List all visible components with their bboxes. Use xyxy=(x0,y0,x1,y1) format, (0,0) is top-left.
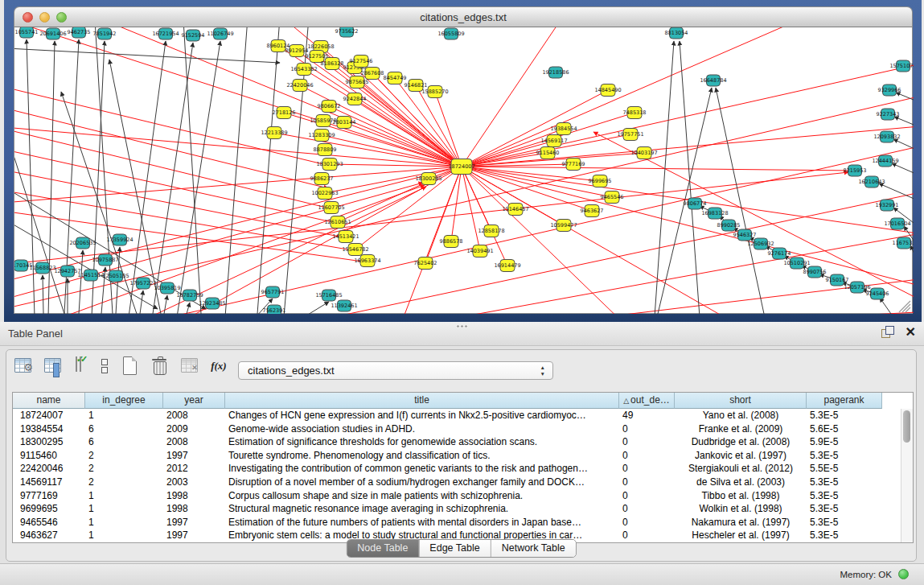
table-cell-short[interactable]: Yano et al. (2008) xyxy=(675,409,807,422)
graph-node[interactable]: 17957223 xyxy=(129,278,156,289)
table-cell-title[interactable]: Investigating the contribution of common… xyxy=(225,462,619,476)
table-cell-short[interactable]: Jankovic et al. (1997) xyxy=(675,449,807,463)
graph-node[interactable]: 9886237 xyxy=(310,173,334,185)
graph-node[interactable]: 10510291 xyxy=(783,257,810,269)
graph-edge-black[interactable] xyxy=(225,27,248,314)
table-cell-name[interactable]: 19384554 xyxy=(13,422,85,436)
graph-node[interactable]: 9735622 xyxy=(335,27,359,37)
function-icon[interactable]: f(x) xyxy=(209,355,232,377)
table-cell-short[interactable]: Tibbo et al. (1998) xyxy=(675,489,807,503)
table-cell-in_degree[interactable]: 1 xyxy=(85,502,163,516)
graph-node[interactable]: 11026749 xyxy=(207,28,233,39)
table-cell-out_de[interactable]: 0 xyxy=(619,476,675,489)
graph-edge-black[interactable] xyxy=(655,41,674,314)
table-cell-in_degree[interactable]: 2 xyxy=(85,462,163,476)
graph-edge-red[interactable] xyxy=(462,27,819,167)
table-cell-name[interactable]: 18724007 xyxy=(13,409,85,422)
column-header-pagerank[interactable]: pagerank xyxy=(807,393,882,409)
table-cell-pagerank[interactable]: 5.5E-5 xyxy=(807,462,882,476)
table-cell-out_de[interactable]: 0 xyxy=(619,529,675,542)
table-cell-year[interactable]: 1998 xyxy=(163,489,225,503)
graph-node[interactable]: 20206535 xyxy=(69,237,96,249)
memory-status-icon[interactable] xyxy=(898,569,909,579)
graph-node[interactable]: 17359924 xyxy=(106,234,133,245)
graph-edge-black[interactable] xyxy=(14,148,64,314)
table-cell-name[interactable]: 9777169 xyxy=(13,489,85,503)
graph-edge-black[interactable] xyxy=(304,302,329,314)
graph-node[interactable]: 14569117 xyxy=(540,135,567,147)
graph-node[interactable]: 19384554 xyxy=(550,123,577,135)
graph-node[interactable]: 11392461 xyxy=(331,300,357,311)
graph-node[interactable]: 8990285 xyxy=(717,220,741,231)
table-cell-year[interactable]: 2003 xyxy=(163,476,225,489)
graph-node[interactable]: 18301293 xyxy=(316,159,343,171)
tab-node-table[interactable]: Node Table xyxy=(347,540,418,557)
graph-node[interactable]: 11451514 xyxy=(77,270,104,281)
network-window[interactable]: citations_edges.txt 10557412069140694627… xyxy=(14,6,913,314)
table-cell-name[interactable]: 22420046 xyxy=(13,462,85,476)
graph-node[interactable]: 10403197 xyxy=(630,147,657,159)
table-cell-name[interactable]: 9699695 xyxy=(13,502,85,516)
graph-node[interactable]: 16782759 xyxy=(176,290,203,301)
graph-node[interactable]: 16055809 xyxy=(437,28,464,39)
table-cell-in_degree[interactable]: 2 xyxy=(85,449,163,463)
graph-node[interactable]: 7625402 xyxy=(414,257,437,270)
table-cell-short[interactable]: Stergiakouli et al. (2012) xyxy=(675,462,807,476)
network-canvas[interactable]: 1055741206914069462735785194216721954915… xyxy=(14,27,913,314)
table-cell-year[interactable]: 1997 xyxy=(163,516,225,529)
table-row[interactable]: 946554611997Estimation of the future num… xyxy=(13,516,913,529)
graph-edge-black[interactable] xyxy=(183,27,201,314)
table-cell-year[interactable]: 2009 xyxy=(163,422,225,436)
close-panel-icon[interactable]: ✕ xyxy=(906,326,916,339)
table-cell-title[interactable]: Genome-wide association studies in ADHD. xyxy=(225,422,619,436)
delete-table-icon[interactable] xyxy=(179,355,200,377)
graph-node[interactable]: 16543382 xyxy=(290,64,317,76)
table-cell-short[interactable]: de Silva et al. (2003) xyxy=(675,476,807,489)
table-row[interactable]: 2242004622012Investigating the contribut… xyxy=(13,462,913,476)
column-header-title[interactable]: title xyxy=(225,393,619,409)
graph-node[interactable]: 7485318 xyxy=(623,107,647,119)
table-cell-title[interactable]: Corpus callosum shape and size in male p… xyxy=(225,489,619,503)
table-cell-in_degree[interactable]: 6 xyxy=(85,422,163,436)
table-cell-short[interactable]: Dudbridge et al. (2008) xyxy=(675,435,807,449)
table-cell-short[interactable]: Wolkin et al. (1998) xyxy=(675,502,807,516)
graph-node[interactable]: 22420046 xyxy=(286,80,313,92)
column-header-short[interactable]: short xyxy=(675,393,807,409)
table-cell-year[interactable]: 1997 xyxy=(163,529,225,542)
graph-node[interactable]: 12213389 xyxy=(261,127,287,139)
graph-edge-black[interactable] xyxy=(893,139,914,153)
table-cell-in_degree[interactable]: 2 xyxy=(85,476,163,489)
table-cell-short[interactable]: Nakamura et al. (1997) xyxy=(675,516,807,529)
table-row[interactable]: 969969511998Structural magnetic resonanc… xyxy=(13,502,913,516)
table-cell-title[interactable]: Estimation of the future numbers of pati… xyxy=(225,516,619,529)
table-cell-pagerank[interactable]: 5.3E-5 xyxy=(807,476,882,489)
graph-node[interactable]: 1167533 xyxy=(893,237,914,249)
graph-node[interactable]: 1055741 xyxy=(15,27,39,38)
float-panel-icon[interactable] xyxy=(881,326,894,339)
graph-edge-black[interactable] xyxy=(79,250,83,314)
table-cell-out_de[interactable]: 0 xyxy=(619,502,675,516)
graph-node[interactable]: 20691406 xyxy=(39,28,66,39)
graph-node[interactable]: 9463627 xyxy=(581,205,604,217)
table-cell-pagerank[interactable]: 5.6E-5 xyxy=(807,422,882,436)
table-cell-short[interactable]: Hescheler et al. (1997) xyxy=(675,529,807,542)
graph-edge-black[interactable] xyxy=(27,39,35,314)
table-cell-pagerank[interactable]: 5.3E-5 xyxy=(807,449,882,463)
graph-node[interactable]: 9465546 xyxy=(601,192,624,204)
graph-edge-red[interactable] xyxy=(14,167,347,238)
table-settings-icon[interactable] xyxy=(13,355,34,377)
new-document-icon[interactable] xyxy=(119,355,140,377)
table-cell-short[interactable]: Franke et al. (2009) xyxy=(675,422,807,436)
graph-hub-node[interactable]: 18724007 xyxy=(448,159,474,175)
table-cell-year[interactable]: 1998 xyxy=(163,502,225,516)
table-cell-out_de[interactable]: 0 xyxy=(619,462,675,476)
table-cell-out_de[interactable]: 0 xyxy=(619,489,675,503)
graph-node[interactable]: 17016504 xyxy=(884,218,910,229)
table-row[interactable]: 977716911998Corpus callosum shape and si… xyxy=(13,489,913,503)
column-header-in_degree[interactable]: in_degree xyxy=(85,393,163,409)
column-header-year[interactable]: year xyxy=(163,393,225,409)
table-cell-in_degree[interactable]: 1 xyxy=(85,529,163,542)
table-cell-in_degree[interactable]: 1 xyxy=(85,489,163,503)
graph-node[interactable]: 14513421 xyxy=(332,231,359,243)
rows-icon[interactable] xyxy=(97,355,109,380)
